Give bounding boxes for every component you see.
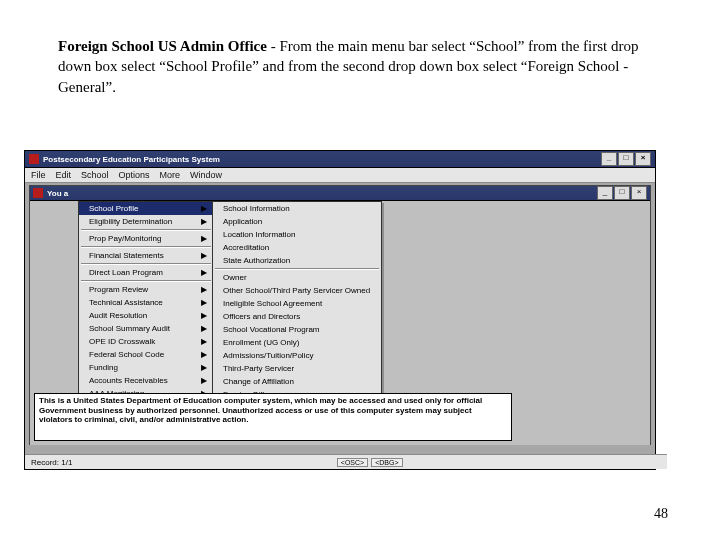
child-titlebar[interactable]: You a _ □ × — [30, 186, 650, 201]
menu-item-label: Change of Affiliation — [223, 377, 294, 386]
submenu-arrow-icon: ▶ — [201, 285, 207, 294]
menu-item-label: Other School/Third Party Servicer Owned — [223, 286, 370, 295]
child-title: You a — [47, 189, 68, 198]
menu-options[interactable]: Options — [119, 170, 150, 180]
menubar: FileEditSchoolOptionsMoreWindow — [25, 168, 655, 183]
menu-item[interactable]: School Information — [213, 202, 381, 215]
menu-separator — [215, 268, 379, 270]
app-icon — [29, 154, 39, 164]
menu-item[interactable]: Application — [213, 215, 381, 228]
submenu-arrow-icon: ▶ — [201, 234, 207, 243]
menu-item-label: Federal School Code — [89, 350, 164, 359]
menu-item-label: School Information — [223, 204, 290, 213]
menu-item[interactable]: Federal School Code▶ — [79, 348, 213, 361]
submenu-arrow-icon: ▶ — [201, 337, 207, 346]
menu-item[interactable]: Owner — [213, 271, 381, 284]
child-icon — [33, 188, 43, 198]
menu-item-label: Third-Party Servicer — [223, 364, 294, 373]
menu-item-label: Financial Statements — [89, 251, 164, 260]
page-number: 48 — [654, 506, 668, 522]
menu-item[interactable]: Other School/Third Party Servicer Owned — [213, 284, 381, 297]
menu-item-label: School Summary Audit — [89, 324, 170, 333]
menu-item-label: Audit Resolution — [89, 311, 147, 320]
menu-item[interactable]: Audit Resolution▶ — [79, 309, 213, 322]
menu-item-label: School Profile — [89, 204, 138, 213]
submenu-arrow-icon: ▶ — [201, 268, 207, 277]
menu-item-label: School Vocational Program — [223, 325, 320, 334]
menu-file[interactable]: File — [31, 170, 46, 180]
menu-item[interactable]: Change of Affiliation — [213, 375, 381, 388]
app-window: Postsecondary Education Participants Sys… — [24, 150, 656, 470]
menu-more[interactable]: More — [160, 170, 181, 180]
status-tag: <OSC> — [337, 458, 368, 467]
menu-separator — [81, 280, 211, 282]
child-minimize-button[interactable]: _ — [597, 186, 613, 200]
menu-item-label: Funding — [89, 363, 118, 372]
menu-item-label: Location Information — [223, 230, 296, 239]
menu-item[interactable]: School Vocational Program — [213, 323, 381, 336]
menu-item[interactable]: State Authorization — [213, 254, 381, 267]
menu-item-label: Program Review — [89, 285, 148, 294]
minimize-button[interactable]: _ — [601, 152, 617, 166]
menu-item[interactable]: Funding▶ — [79, 361, 213, 374]
menu-item[interactable]: Ineligible School Agreement — [213, 297, 381, 310]
menu-item[interactable]: Prop Pay/Monitoring▶ — [79, 232, 213, 245]
submenu-arrow-icon: ▶ — [201, 298, 207, 307]
maximize-button[interactable]: □ — [618, 152, 634, 166]
menu-item[interactable]: Technical Assistance▶ — [79, 296, 213, 309]
menu-window[interactable]: Window — [190, 170, 222, 180]
submenu-arrow-icon: ▶ — [201, 324, 207, 333]
instruction-text: Foreign School US Admin Office - From th… — [58, 36, 658, 97]
submenu-arrow-icon: ▶ — [201, 363, 207, 372]
menu-item[interactable]: Admissions/Tuition/Policy — [213, 349, 381, 362]
titlebar[interactable]: Postsecondary Education Participants Sys… — [25, 151, 655, 168]
menu-item[interactable]: OPE ID Crosswalk▶ — [79, 335, 213, 348]
menu-item-label: Officers and Directors — [223, 312, 300, 321]
submenu-arrow-icon: ▶ — [201, 251, 207, 260]
menu-item[interactable]: Location Information — [213, 228, 381, 241]
menu-school[interactable]: School — [81, 170, 109, 180]
menu-item[interactable]: Accounts Receivables▶ — [79, 374, 213, 387]
menu-item-label: Accounts Receivables — [89, 376, 168, 385]
menu-separator — [81, 229, 211, 231]
menu-item-label: Eligibility Determination — [89, 217, 172, 226]
menu-item[interactable]: Third-Party Servicer — [213, 362, 381, 375]
menu-item[interactable]: Financial Statements▶ — [79, 249, 213, 262]
menu-item[interactable]: School Profile▶ — [79, 202, 213, 215]
menu-item[interactable]: School Summary Audit▶ — [79, 322, 213, 335]
menu-item-label: Admissions/Tuition/Policy — [223, 351, 313, 360]
menu-item[interactable]: Direct Loan Program▶ — [79, 266, 213, 279]
menu-item-label: Technical Assistance — [89, 298, 163, 307]
menu-school: School Profile▶Eligibility Determination… — [78, 201, 214, 414]
window-title: Postsecondary Education Participants Sys… — [43, 155, 220, 164]
menu-item[interactable]: Program Review▶ — [79, 283, 213, 296]
record-indicator: Record: 1/1 — [31, 458, 72, 467]
menu-item[interactable]: Enrollment (UG Only) — [213, 336, 381, 349]
menu-item-label: Prop Pay/Monitoring — [89, 234, 161, 243]
submenu-arrow-icon: ▶ — [201, 311, 207, 320]
submenu-arrow-icon: ▶ — [201, 350, 207, 359]
menu-separator — [81, 246, 211, 248]
menu-item-label: OPE ID Crosswalk — [89, 337, 155, 346]
menu-item-label: Owner — [223, 273, 247, 282]
menu-item[interactable]: Officers and Directors — [213, 310, 381, 323]
child-window: You a _ □ × School Profile▶Eligibility D… — [29, 185, 651, 445]
child-close-button[interactable]: × — [631, 186, 647, 200]
menu-edit[interactable]: Edit — [56, 170, 72, 180]
submenu-arrow-icon: ▶ — [201, 204, 207, 213]
menu-item[interactable]: Eligibility Determination▶ — [79, 215, 213, 228]
menu-item-label: Accreditation — [223, 243, 269, 252]
submenu-arrow-icon: ▶ — [201, 376, 207, 385]
menu-item[interactable]: Accreditation — [213, 241, 381, 254]
system-notice: This is a United States Department of Ed… — [34, 393, 512, 441]
submenu-arrow-icon: ▶ — [201, 217, 207, 226]
menu-item-label: State Authorization — [223, 256, 290, 265]
status-bar: Record: 1/1 <OSC><DBG> — [25, 454, 667, 469]
child-maximize-button[interactable]: □ — [614, 186, 630, 200]
close-button[interactable]: × — [635, 152, 651, 166]
menu-item-label: Application — [223, 217, 262, 226]
menu-separator — [81, 263, 211, 265]
status-tag: <DBG> — [371, 458, 402, 467]
menu-item-label: Ineligible School Agreement — [223, 299, 322, 308]
menu-item-label: Direct Loan Program — [89, 268, 163, 277]
